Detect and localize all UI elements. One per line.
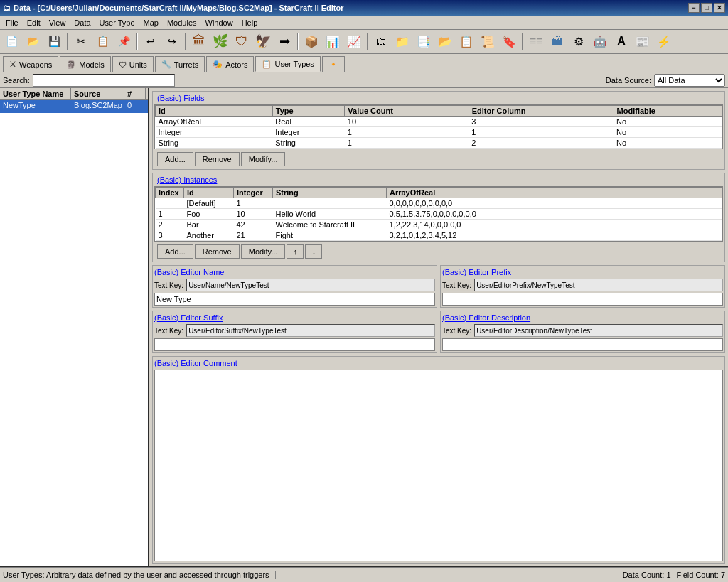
instances-down-button[interactable]: ↓ <box>305 244 322 259</box>
editor-description-title[interactable]: (Basic) Editor Description <box>442 313 723 323</box>
toolbar-save[interactable]: 💾 <box>44 31 64 51</box>
menu-data[interactable]: Data <box>70 17 95 28</box>
toolbar-btn-3[interactable]: 🛡 <box>232 31 252 51</box>
fields-col-modifiable[interactable]: Modifiable <box>614 106 722 117</box>
toolbar-btn-14[interactable]: 📜 <box>478 31 498 51</box>
editor-description-input[interactable] <box>442 338 723 351</box>
table-row[interactable]: [Default] 1 0,0,0,0,0,0,0,0,0,0 <box>156 198 722 209</box>
toolbar-btn-17[interactable]: 🏔 <box>547 31 567 51</box>
editor-suffix-input[interactable] <box>154 338 435 351</box>
editor-name-input[interactable] <box>154 293 435 306</box>
data-count: Data Count: 1 <box>623 571 671 579</box>
instances-up-button[interactable]: ↑ <box>287 244 304 259</box>
tab-units-label: Units <box>129 60 147 69</box>
toolbar-btn-2[interactable]: 🌿 <box>210 31 230 51</box>
inst-col-string[interactable]: String <box>273 188 387 198</box>
toolbar-btn-10[interactable]: 📁 <box>392 31 412 51</box>
menu-edit[interactable]: Edit <box>23 17 45 28</box>
editor-name-title[interactable]: (Basic) Editor Name <box>154 267 435 277</box>
toolbar-undo[interactable]: ↩ <box>141 31 161 51</box>
inst-id: Foo <box>184 209 234 220</box>
toolbar-btn-18[interactable]: ⚙ <box>569 31 589 51</box>
inst-arrayofreal: 1,2,22,3,14,0,0,0,0,0 <box>387 220 722 230</box>
menu-modules[interactable]: Modules <box>163 17 201 28</box>
toolbar-btn-7[interactable]: 📊 <box>323 31 343 51</box>
tab-extra[interactable]: 🔸 <box>322 56 345 72</box>
table-row[interactable]: 2 Bar 42 Welcome to Starcraft II 1,2,22,… <box>156 220 722 230</box>
toolbar-btn-8[interactable]: 📈 <box>344 31 364 51</box>
fields-add-button[interactable]: Add... <box>157 152 193 166</box>
toolbar-btn-5[interactable]: ➡ <box>274 31 294 51</box>
menu-help[interactable]: Help <box>237 17 262 28</box>
menu-user-type[interactable]: User Type <box>95 17 139 28</box>
toolbar-copy[interactable]: 📋 <box>92 31 112 51</box>
tab-models[interactable]: 🗿 Models <box>60 56 110 72</box>
toolbar-redo[interactable]: ↪ <box>162 31 182 51</box>
table-row[interactable]: Integer Integer 1 1 No <box>156 127 722 138</box>
close-button[interactable]: ✕ <box>714 3 725 13</box>
fields-section-title[interactable]: (Basic) Fields <box>154 93 723 103</box>
minimize-button[interactable]: − <box>688 3 700 13</box>
menu-view[interactable]: View <box>45 17 70 28</box>
instances-add-button[interactable]: Add... <box>157 244 193 259</box>
toolbar-open[interactable]: 📂 <box>23 31 43 51</box>
instances-modify-button[interactable]: Modify... <box>241 244 286 259</box>
fields-col-valuecount[interactable]: Value Count <box>345 106 469 117</box>
search-input[interactable] <box>33 74 175 87</box>
fields-col-type[interactable]: Type <box>272 106 345 117</box>
col-header-hash[interactable]: # <box>124 88 146 99</box>
toolbar-btn-20[interactable]: A <box>611 31 631 51</box>
inst-col-id[interactable]: Id <box>184 188 234 198</box>
table-row[interactable]: ArrayOfReal Real 10 3 No <box>156 117 722 127</box>
table-row[interactable]: String String 1 2 No <box>156 138 722 149</box>
toolbar-cut[interactable]: ✂ <box>71 31 91 51</box>
toolbar-btn-11[interactable]: 📑 <box>414 31 434 51</box>
fields-modify-button[interactable]: Modify... <box>241 152 286 166</box>
inst-col-arrayofreal[interactable]: ArrayOfReal <box>387 188 722 198</box>
toolbar-btn-19[interactable]: 🤖 <box>590 31 610 51</box>
toolbar-btn-21[interactable]: 📰 <box>633 31 653 51</box>
toolbar-btn-16[interactable]: ≡≡ <box>526 31 546 51</box>
tab-user-types[interactable]: 📋 User Types <box>255 56 320 72</box>
tab-turrets[interactable]: 🔧 Turrets <box>155 56 205 72</box>
menu-file[interactable]: File <box>1 17 23 28</box>
toolbar-btn-22[interactable]: ⚡ <box>654 31 674 51</box>
tab-models-label: Models <box>79 60 104 69</box>
field-editorcol: 3 <box>469 117 614 127</box>
fields-remove-button[interactable]: Remove <box>195 152 240 166</box>
toolbar-btn-1[interactable]: 🏛 <box>189 31 209 51</box>
tab-actors[interactable]: 🎭 Actors <box>206 56 254 72</box>
data-source-select[interactable]: All Data My Data Campaign Data <box>654 74 725 87</box>
inst-col-integer[interactable]: Integer <box>234 188 273 198</box>
fields-col-editorcol[interactable]: Editor Column <box>469 106 614 117</box>
toolbar-new[interactable]: 📄 <box>1 31 21 51</box>
tab-weapons[interactable]: ⚔ Weapons <box>3 56 58 72</box>
title-bar-right[interactable]: − □ ✕ <box>688 3 725 13</box>
editor-suffix-title[interactable]: (Basic) Editor Suffix <box>154 313 435 323</box>
table-row[interactable]: 1 Foo 10 Hello World 0.5,1.5,3.75,0,0,0,… <box>156 209 722 220</box>
editor-prefix-input[interactable] <box>442 293 723 306</box>
toolbar-paste[interactable]: 📌 <box>114 31 134 51</box>
col-header-source[interactable]: Source <box>71 88 124 99</box>
instances-section-title[interactable]: (Basic) Instances <box>154 175 723 185</box>
toolbar-btn-9[interactable]: 🗂 <box>371 31 391 51</box>
editor-prefix-title[interactable]: (Basic) Editor Prefix <box>442 267 723 277</box>
menu-window[interactable]: Window <box>201 17 237 28</box>
table-row[interactable]: 3 Another 21 Fight 3,2,1,0,1,2,3,4,5,12 <box>156 230 722 241</box>
toolbar-btn-4[interactable]: 🦅 <box>253 31 273 51</box>
editor-comment-title[interactable]: (Basic) Editor Comment <box>154 358 723 368</box>
inst-string: Hello World <box>273 209 387 220</box>
col-header-name[interactable]: User Type Name <box>0 88 71 99</box>
tab-units[interactable]: 🛡 Units <box>112 56 154 72</box>
instances-remove-button[interactable]: Remove <box>195 244 240 259</box>
toolbar-btn-13[interactable]: 📋 <box>456 31 476 51</box>
toolbar-btn-6[interactable]: 📦 <box>301 31 321 51</box>
toolbar-btn-15[interactable]: 🔖 <box>499 31 519 51</box>
editor-comment-textarea[interactable] <box>154 370 723 561</box>
inst-col-index[interactable]: Index <box>156 188 184 198</box>
fields-col-id[interactable]: Id <box>156 106 273 117</box>
menu-map[interactable]: Map <box>139 17 163 28</box>
list-item[interactable]: NewType Blog.SC2Map 0 <box>0 100 148 113</box>
maximize-button[interactable]: □ <box>701 3 712 13</box>
toolbar-btn-12[interactable]: 📂 <box>435 31 455 51</box>
